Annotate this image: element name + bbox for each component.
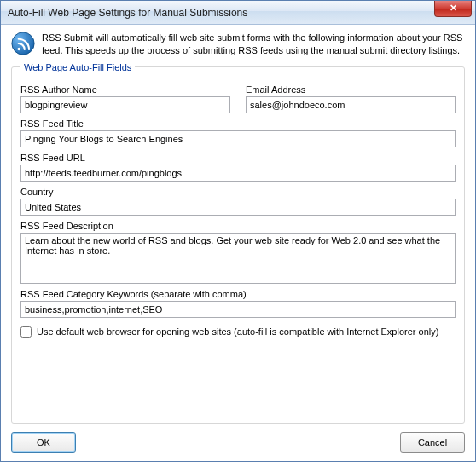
label-feed-title: RSS Feed Title	[20, 118, 456, 129]
keywords-input[interactable]	[20, 301, 456, 318]
label-description: RSS Feed Description	[20, 221, 456, 231]
label-feed-url: RSS Feed URL	[20, 153, 456, 163]
description-input[interactable]	[20, 233, 456, 284]
svg-point-1	[17, 48, 20, 51]
default-browser-checkbox[interactable]	[20, 326, 32, 338]
rss-feed-icon	[11, 32, 35, 55]
ok-button[interactable]: OK	[11, 432, 76, 453]
dialog-window: Auto-Fill Web Page Settings for Manual S…	[0, 0, 476, 462]
close-button[interactable]: ✕	[434, 1, 472, 17]
window-title: Auto-Fill Web Page Settings for Manual S…	[8, 7, 247, 19]
cancel-button[interactable]: Cancel	[400, 432, 465, 453]
default-browser-label: Use default web browser for opening web …	[37, 326, 438, 337]
label-email: Email Address	[246, 84, 456, 95]
intro-row: RSS Submit will automatically fill web s…	[11, 32, 465, 57]
label-keywords: RSS Feed Category Keywords (separate wit…	[20, 289, 456, 299]
svg-point-0	[12, 32, 34, 55]
client-area: RSS Submit will automatically fill web s…	[1, 25, 475, 461]
author-input[interactable]	[20, 96, 230, 113]
label-author: RSS Author Name	[20, 84, 230, 95]
label-country: Country	[20, 187, 456, 197]
button-row: OK Cancel	[11, 432, 465, 453]
titlebar: Auto-Fill Web Page Settings for Manual S…	[1, 1, 475, 25]
autofill-fieldset: Web Page Auto-Fill Fields RSS Author Nam…	[11, 62, 465, 424]
close-icon: ✕	[450, 3, 457, 13]
default-browser-checkbox-row[interactable]: Use default web browser for opening web …	[20, 326, 456, 338]
feed-title-input[interactable]	[20, 130, 456, 147]
fieldset-legend: Web Page Auto-Fill Fields	[20, 62, 135, 72]
intro-text: RSS Submit will automatically fill web s…	[42, 32, 465, 57]
country-input[interactable]	[20, 199, 456, 216]
email-input[interactable]	[246, 96, 456, 113]
feed-url-input[interactable]	[20, 165, 456, 182]
